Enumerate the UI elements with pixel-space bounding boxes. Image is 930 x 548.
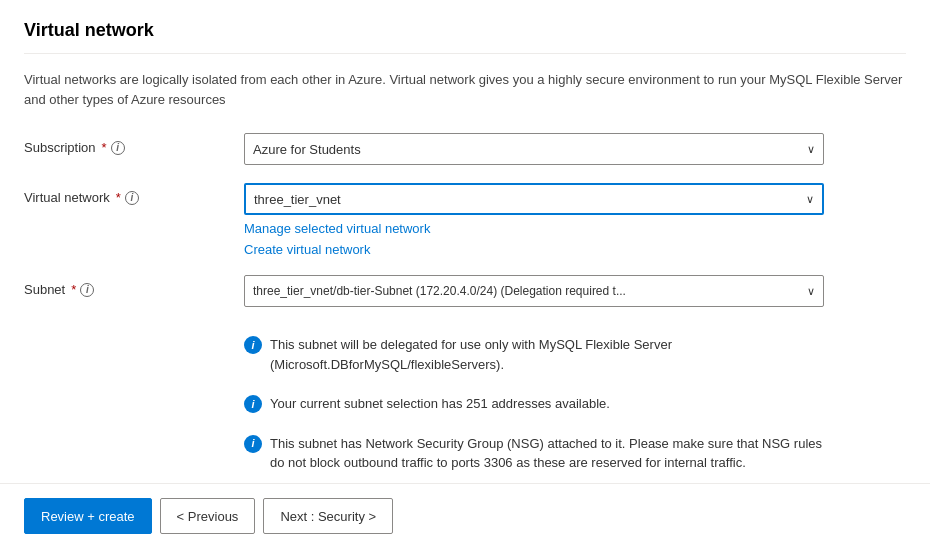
subscription-chevron-icon: ∨: [807, 143, 815, 156]
main-content: Virtual network Virtual networks are log…: [0, 0, 930, 483]
page-title: Virtual network: [24, 20, 906, 41]
subscription-row: Subscription * i Azure for Students ∨: [24, 133, 906, 165]
subnet-select[interactable]: three_tier_vnet/db-tier-Subnet (172.20.4…: [244, 275, 824, 307]
next-security-button[interactable]: Next : Security >: [263, 498, 393, 534]
virtual-network-label: Virtual network * i: [24, 183, 244, 205]
subnet-row: Subnet * i three_tier_vnet/db-tier-Subne…: [24, 275, 906, 307]
info-circle-icon-1: i: [244, 336, 262, 354]
vnet-select[interactable]: three_tier_vnet ∨: [244, 183, 824, 215]
subnet-control: three_tier_vnet/db-tier-Subnet (172.20.4…: [244, 275, 824, 307]
subscription-control: Azure for Students ∨: [244, 133, 824, 165]
subnet-info-box-2: i Your current subnet selection has 251 …: [244, 394, 824, 414]
divider: [24, 53, 906, 54]
subnet-info-box-3: i This subnet has Network Security Group…: [244, 434, 824, 473]
previous-button[interactable]: < Previous: [160, 498, 256, 534]
subnet-chevron-icon: ∨: [807, 285, 815, 298]
review-create-button[interactable]: Review + create: [24, 498, 152, 534]
create-vnet-link[interactable]: Create virtual network: [244, 242, 824, 257]
manage-vnet-link[interactable]: Manage selected virtual network: [244, 221, 824, 236]
subnet-label: Subnet * i: [24, 275, 244, 297]
subnet-info-box-1: i This subnet will be delegated for use …: [244, 335, 824, 374]
subscription-select[interactable]: Azure for Students ∨: [244, 133, 824, 165]
footer: Review + create < Previous Next : Securi…: [0, 483, 930, 548]
vnet-info-icon[interactable]: i: [125, 191, 139, 205]
subnet-info-icon[interactable]: i: [80, 283, 94, 297]
subscription-label: Subscription * i: [24, 133, 244, 155]
subscription-info-icon[interactable]: i: [111, 141, 125, 155]
vnet-control: three_tier_vnet ∨ Manage selected virtua…: [244, 183, 824, 257]
info-circle-icon-2: i: [244, 395, 262, 413]
info-boxes: i This subnet will be delegated for use …: [244, 325, 824, 473]
virtual-network-row: Virtual network * i three_tier_vnet ∨ Ma…: [24, 183, 906, 257]
vnet-chevron-icon: ∨: [806, 193, 814, 206]
required-star-subnet: *: [71, 282, 76, 297]
description-text: Virtual networks are logically isolated …: [24, 70, 904, 109]
required-star-vnet: *: [116, 190, 121, 205]
required-star: *: [102, 140, 107, 155]
info-circle-icon-3: i: [244, 435, 262, 453]
